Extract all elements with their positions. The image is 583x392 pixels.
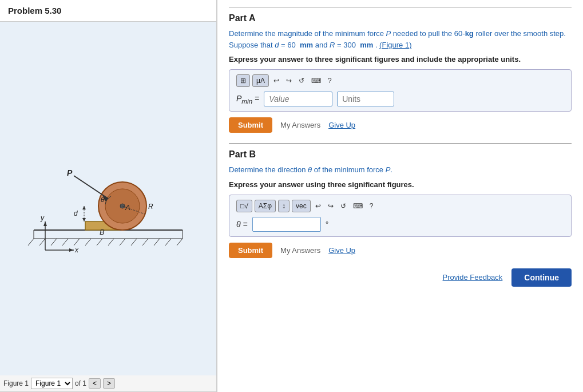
right-panel: Part A Determine the magnitude of the mi… (217, 0, 583, 392)
svg-line-6 (51, 239, 57, 246)
mu-button[interactable]: μA (252, 74, 269, 87)
svg-marker-34 (43, 221, 47, 226)
theta-label: θ = (236, 220, 248, 229)
reset-icon[interactable]: ↺ (296, 76, 307, 86)
reset-icon-b[interactable]: ↺ (338, 201, 348, 211)
svg-text:θ: θ (101, 196, 105, 204)
part-b-section: Part B Determine the direction θ of the … (229, 143, 572, 258)
part-a-title: Part A (229, 13, 572, 23)
figure-prev-button[interactable]: < (89, 378, 101, 389)
svg-line-23 (74, 176, 108, 199)
part-b-title: Part B (229, 149, 572, 160)
svg-text:R: R (148, 203, 153, 211)
part-a-give-up-link[interactable]: Give Up (328, 121, 355, 129)
svg-text:A: A (125, 203, 130, 212)
svg-line-4 (28, 239, 34, 246)
svg-marker-30 (82, 218, 86, 221)
keyboard-icon[interactable]: ⌨ (309, 76, 323, 86)
part-b-toolbar: □√ ΑΣφ ↕ vec ↩ ↪ ↺ ⌨ ? (236, 200, 564, 212)
figure-canvas: A P θ d R (0, 22, 216, 375)
figure-toolbar: Figure 1 Figure 1 of 1 < > (0, 375, 216, 392)
svg-text:P: P (67, 168, 73, 177)
svg-line-11 (108, 239, 114, 246)
undo-icon-b[interactable]: ↩ (313, 201, 323, 211)
continue-button[interactable]: Continue (511, 268, 572, 287)
matrix-button[interactable]: ⊞ (236, 74, 250, 87)
value-input[interactable] (264, 92, 332, 106)
part-b-submit-button[interactable]: Submit (229, 243, 272, 258)
svg-text:B: B (100, 228, 105, 236)
undo-icon[interactable]: ↩ (271, 76, 281, 86)
left-panel: Problem 5.30 (0, 0, 217, 392)
svg-line-14 (142, 239, 148, 246)
units-input[interactable] (337, 92, 394, 106)
problem-title: Problem 5.30 (0, 0, 216, 22)
keyboard-icon-b[interactable]: ⌨ (351, 201, 365, 211)
part-a-express-text: Express your answer to three significant… (229, 55, 572, 64)
part-b-description: Determine the direction θ of the minimum… (229, 164, 572, 176)
svg-line-13 (131, 239, 137, 246)
help-icon-b[interactable]: ? (367, 201, 376, 211)
svg-line-9 (85, 239, 91, 246)
svg-text:d: d (74, 209, 78, 217)
vec-button[interactable]: vec (292, 200, 311, 212)
part-a-my-answers-link[interactable]: My Answers (280, 121, 320, 129)
redo-icon-b[interactable]: ↪ (326, 201, 336, 211)
part-b-express-text: Express your answer using three signific… (229, 180, 572, 189)
svg-line-15 (154, 239, 160, 246)
degree-symbol: ° (326, 220, 329, 229)
help-icon[interactable]: ? (326, 76, 334, 86)
arrows-button[interactable]: ↕ (278, 200, 289, 212)
figure-area: A P θ d R (0, 22, 216, 392)
svg-marker-36 (69, 248, 74, 252)
part-b-action-row: Submit My Answers Give Up (229, 243, 572, 258)
sqrt-button[interactable]: □√ (236, 200, 252, 212)
svg-line-12 (120, 239, 125, 246)
figure-next-button[interactable]: > (103, 378, 115, 389)
part-a-action-row: Submit My Answers Give Up (229, 117, 572, 133)
part-a-submit-button[interactable]: Submit (229, 117, 272, 133)
part-b-theta-row: θ = ° (236, 217, 564, 232)
redo-icon[interactable]: ↪ (284, 76, 294, 86)
greek-button[interactable]: ΑΣφ (255, 200, 276, 212)
svg-marker-29 (82, 206, 86, 209)
provide-feedback-link[interactable]: Provide Feedback (443, 273, 503, 282)
svg-line-5 (39, 239, 45, 246)
figure-select[interactable]: Figure 1 (31, 378, 73, 389)
figure-of-label: of 1 (75, 379, 86, 387)
part-a-answer-box: ⊞ μA ↩ ↪ ↺ ⌨ ? Pmin = (229, 69, 572, 112)
part-b-my-answers-link[interactable]: My Answers (280, 246, 320, 255)
part-a-description: Determine the magnitude of the minimum f… (229, 28, 572, 50)
figure-label-text: Figure 1 (3, 379, 29, 387)
theta-input[interactable] (252, 217, 321, 232)
pmin-label: Pmin = (236, 94, 259, 105)
figure1-link[interactable]: (Figure 1) (379, 41, 411, 49)
part-b-give-up-link[interactable]: Give Up (328, 246, 355, 255)
svg-text:y: y (40, 214, 45, 222)
figure-svg: A P θ d R (17, 141, 200, 256)
part-a-section: Part A Determine the magnitude of the mi… (229, 7, 572, 133)
part-a-toolbar: ⊞ μA ↩ ↪ ↺ ⌨ ? (236, 74, 564, 87)
svg-line-16 (165, 239, 171, 246)
svg-text:x: x (74, 246, 79, 254)
part-a-input-row: Pmin = (236, 92, 564, 106)
part-b-answer-box: □√ ΑΣφ ↕ vec ↩ ↪ ↺ ⌨ ? θ = ° (229, 195, 572, 237)
svg-line-7 (62, 239, 68, 246)
svg-line-17 (177, 239, 183, 246)
svg-line-8 (74, 239, 80, 246)
svg-line-10 (97, 239, 102, 246)
footer-row: Provide Feedback Continue (229, 268, 572, 287)
